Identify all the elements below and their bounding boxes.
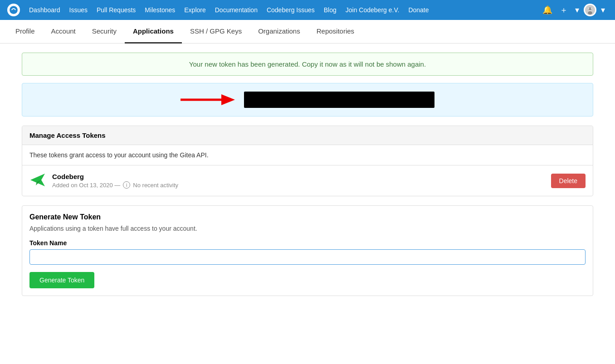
manage-tokens-description: These tokens grant access to your accoun… [22, 145, 593, 165]
token-name-input[interactable] [29, 249, 586, 265]
token-added-date: Added on Oct 13, 2020 — [52, 182, 120, 189]
token-info: Codeberg Added on Oct 13, 2020 — i No re… [52, 173, 545, 189]
generate-token-description: Applications using a token have full acc… [29, 225, 586, 232]
alert-message: Your new token has been generated. Copy … [189, 60, 426, 68]
nav-donate[interactable]: Donate [405, 6, 432, 14]
nav-blog[interactable]: Blog [320, 6, 340, 14]
tab-organizations[interactable]: Organizations [250, 20, 308, 44]
svg-point-3 [588, 11, 592, 15]
create-plus-icon[interactable]: ＋ [557, 5, 571, 15]
nav-documentation[interactable]: Documentation [211, 6, 261, 14]
generate-token-section: Generate New Token Applications using a … [22, 205, 593, 296]
page-content: Your new token has been generated. Copy … [13, 53, 602, 296]
nav-explore[interactable]: Explore [181, 6, 209, 14]
tab-applications[interactable]: Applications [125, 20, 182, 44]
token-app-icon [29, 172, 46, 189]
nav-milestones[interactable]: Milestones [141, 6, 179, 14]
token-activity: No recent activity [133, 182, 178, 189]
token-row: Codeberg Added on Oct 13, 2020 — i No re… [22, 165, 593, 196]
success-alert: Your new token has been generated. Copy … [22, 53, 593, 76]
generate-token-title: Generate New Token [29, 213, 586, 221]
logo[interactable] [7, 4, 20, 16]
avatar[interactable] [584, 4, 596, 16]
token-display-box [22, 83, 593, 116]
user-menu-chevron-icon[interactable]: ▾ [598, 5, 608, 15]
nav-dashboard[interactable]: Dashboard [25, 6, 64, 14]
nav-join[interactable]: Join Codeberg e.V. [342, 6, 403, 14]
tab-repositories[interactable]: Repositories [308, 20, 362, 44]
token-meta: Added on Oct 13, 2020 — i No recent acti… [52, 181, 545, 189]
token-value-redacted [244, 92, 434, 108]
tab-security[interactable]: Security [84, 20, 125, 44]
nav-pull-requests[interactable]: Pull Requests [93, 6, 139, 14]
chevron-down-icon[interactable]: ▾ [572, 5, 582, 15]
tab-account[interactable]: Account [43, 20, 84, 44]
notifications-icon[interactable]: 🔔 [540, 5, 555, 15]
manage-tokens-header: Manage Access Tokens [22, 126, 593, 145]
red-arrow-icon [181, 91, 235, 109]
generate-token-button[interactable]: Generate Token [29, 272, 94, 288]
svg-point-6 [587, 9, 589, 10]
nav-issues[interactable]: Issues [66, 6, 91, 14]
nav-codeberg-issues[interactable]: Codeberg Issues [263, 6, 318, 14]
manage-tokens-card: Manage Access Tokens These tokens grant … [22, 126, 593, 196]
settings-tabs: Profile Account Security Applications SS… [0, 20, 615, 44]
svg-point-7 [591, 9, 593, 10]
info-icon[interactable]: i [123, 181, 130, 189]
svg-marker-9 [221, 94, 235, 105]
token-name-label: Token Name [29, 239, 586, 247]
token-name: Codeberg [52, 173, 545, 180]
top-navigation: Dashboard Issues Pull Requests Milestone… [0, 0, 615, 20]
svg-marker-10 [30, 174, 45, 186]
delete-token-button[interactable]: Delete [551, 174, 586, 188]
manage-tokens-title: Manage Access Tokens [29, 131, 106, 139]
tab-ssh-gpg[interactable]: SSH / GPG Keys [182, 20, 250, 44]
tab-profile[interactable]: Profile [7, 20, 43, 44]
